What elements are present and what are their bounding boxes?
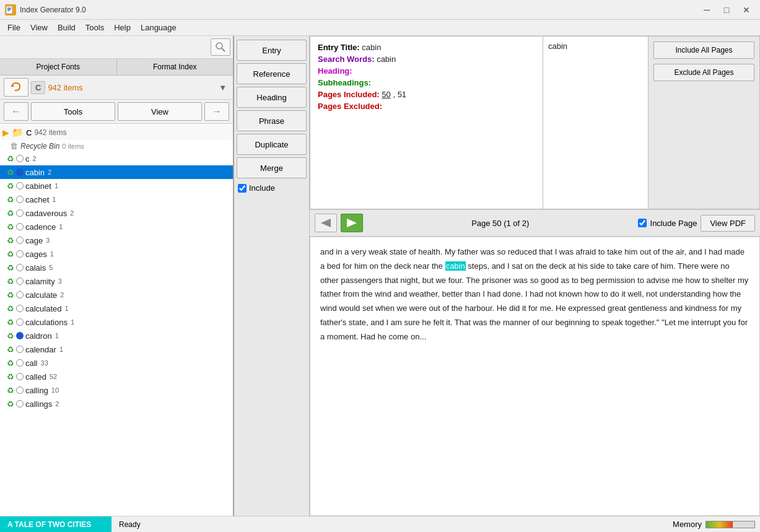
circle-empty-calculations: [16, 318, 24, 326]
circle-empty-cadence: [16, 223, 24, 230]
tree-item-calais[interactable]: ♻ calais 5: [0, 261, 233, 274]
tree-item-c[interactable]: ♻ c 2: [0, 152, 233, 165]
tree-item-calculated[interactable]: ♻ calculated 1: [0, 302, 233, 315]
recycle-icon: 🗑: [10, 141, 18, 150]
svg-marker-9: [347, 219, 357, 227]
tree-item-calamity[interactable]: ♻ calamity 3: [0, 274, 233, 288]
tree-item-cages[interactable]: ♻ cages 1: [0, 247, 233, 261]
heading-line: Heading:: [318, 66, 535, 76]
menu-file[interactable]: File: [2, 22, 25, 33]
pdf-highlight-cabin: cabin: [445, 261, 466, 271]
tree-item-cachet[interactable]: ♻ cachet 1: [0, 193, 233, 206]
back-button[interactable]: ←: [4, 102, 28, 121]
maximize-button[interactable]: □: [718, 3, 735, 17]
pdf-text-after: steps, and I sat on the deck at his side…: [320, 261, 748, 341]
heading-button[interactable]: Heading: [237, 87, 307, 108]
search-words-line: Search Words: cabin: [318, 55, 535, 64]
tree-area[interactable]: ▶ 📁 C 942 items 🗑 Recycle Bin 0 items ♻ …: [0, 124, 233, 516]
tree-item-cabin[interactable]: ♻ cabin 2: [0, 165, 233, 179]
tree-item-calculations[interactable]: ♻ calculations 1: [0, 315, 233, 329]
recycle-green-icon-calculations: ♻: [7, 318, 14, 327]
tree-item-cage[interactable]: ♻ cage 3: [0, 233, 233, 247]
recycle-green-icon-calamity: ♻: [7, 277, 14, 286]
circle-filled-icon: [16, 168, 24, 176]
close-button[interactable]: ✕: [738, 3, 755, 17]
merge-button[interactable]: Merge: [237, 157, 307, 178]
duplicate-button[interactable]: Duplicate: [237, 134, 307, 155]
tree-item-calling[interactable]: ♻ calling 10: [0, 383, 233, 397]
include-label: Include: [249, 183, 275, 193]
circle-empty-calamity: [16, 277, 24, 285]
recycle-green-icon-calculated: ♻: [7, 304, 14, 313]
item-label-calendar: calendar: [25, 345, 56, 354]
folder-open-icon: 📁: [12, 127, 24, 138]
pages-included-50[interactable]: 50: [382, 90, 390, 99]
item-count-cabinet: 1: [55, 182, 58, 190]
tab-format-index[interactable]: Format Index: [117, 59, 234, 75]
forward-button[interactable]: →: [204, 102, 229, 121]
reference-button[interactable]: Reference: [237, 63, 307, 84]
exclude-all-pages-button[interactable]: Exclude All Pages: [653, 64, 754, 81]
page-prev-button[interactable]: [315, 214, 337, 232]
recycle-bin-row[interactable]: 🗑 Recycle Bin 0 items: [0, 140, 233, 152]
include-page-checkbox[interactable]: [638, 219, 647, 227]
tree-item-cadence[interactable]: ♻ cadence 1: [0, 220, 233, 233]
recycle-green-icon-cage: ♻: [7, 236, 14, 245]
circle-empty-called: [16, 373, 24, 380]
menu-tools[interactable]: Tools: [81, 22, 109, 33]
menu-language[interactable]: Language: [136, 22, 181, 33]
view-button[interactable]: View: [118, 102, 202, 121]
include-checkbox[interactable]: [238, 184, 247, 193]
tree-item-call[interactable]: ♻ call 33: [0, 356, 233, 370]
item-count-calais: 5: [49, 264, 53, 271]
folder-count: 942 items: [34, 128, 66, 137]
search-button[interactable]: [211, 38, 230, 56]
recycle-label: Recycle Bin: [20, 142, 59, 150]
dropdown-arrow[interactable]: ▼: [216, 83, 229, 92]
menu-help[interactable]: Help: [109, 22, 136, 33]
tools-button[interactable]: Tools: [31, 102, 115, 121]
entry-button[interactable]: Entry: [237, 40, 307, 61]
menu-view[interactable]: View: [25, 22, 53, 33]
circle-empty-callings: [16, 400, 24, 408]
item-count-calculated: 1: [65, 305, 69, 312]
item-label-cachet: cachet: [25, 195, 49, 204]
recycle-green-icon-caldron: ♻: [7, 331, 14, 341]
page-next-button[interactable]: [341, 214, 363, 232]
item-count-calculations: 1: [71, 318, 74, 326]
item-count-call: 33: [41, 359, 48, 367]
nav-row: ← Tools View →: [0, 100, 233, 124]
recycle-green-icon-cabinet: ♻: [7, 181, 14, 191]
tree-item-cabinet[interactable]: ♻ cabinet 1: [0, 179, 233, 193]
tree-item-calendar[interactable]: ♻ calendar 1: [0, 342, 233, 356]
phrase-button[interactable]: Phrase: [237, 110, 307, 131]
item-count-calculate: 2: [60, 291, 64, 299]
view-pdf-button[interactable]: View PDF: [701, 215, 755, 232]
entry-preview: cabin: [543, 36, 649, 209]
items-count: 942 items: [48, 83, 214, 92]
include-all-pages-button[interactable]: Include All Pages: [653, 41, 754, 59]
circle-empty-call: [16, 359, 24, 367]
circle-filled-caldron: [16, 332, 24, 339]
heading-label: Heading:: [318, 66, 352, 76]
right-panel: Entry Title: cabin Search Words: cabin H…: [310, 36, 760, 516]
tree-item-cadaverous[interactable]: ♻ cadaverous 2: [0, 206, 233, 220]
minimize-button[interactable]: ─: [698, 3, 715, 17]
main-area: Project Fonts Format Index C 942 items ▼…: [0, 36, 760, 516]
item-count-called: 52: [50, 373, 57, 380]
tree-item-caldron[interactable]: ♻ caldron 1: [0, 329, 233, 342]
svg-marker-7: [11, 84, 14, 87]
tree-item-callings[interactable]: ♻ callings 2: [0, 397, 233, 411]
circle-empty-icon: [16, 155, 24, 162]
statusbar: A TALE OF TWO CITIES Ready Memory: [0, 516, 760, 532]
tree-item-called[interactable]: ♻ called 52: [0, 370, 233, 383]
recycle-green-icon-calendar: ♻: [7, 345, 14, 354]
tree-item-calculate[interactable]: ♻ calculate 2: [0, 288, 233, 302]
entry-title-line: Entry Title: cabin: [318, 43, 535, 52]
item-count-callings: 2: [55, 400, 59, 408]
svg-line-6: [222, 48, 225, 51]
undo-button[interactable]: [4, 78, 28, 97]
item-label-calculations: calculations: [25, 318, 68, 327]
menu-build[interactable]: Build: [53, 22, 81, 33]
tab-project-fonts[interactable]: Project Fonts: [0, 59, 117, 75]
